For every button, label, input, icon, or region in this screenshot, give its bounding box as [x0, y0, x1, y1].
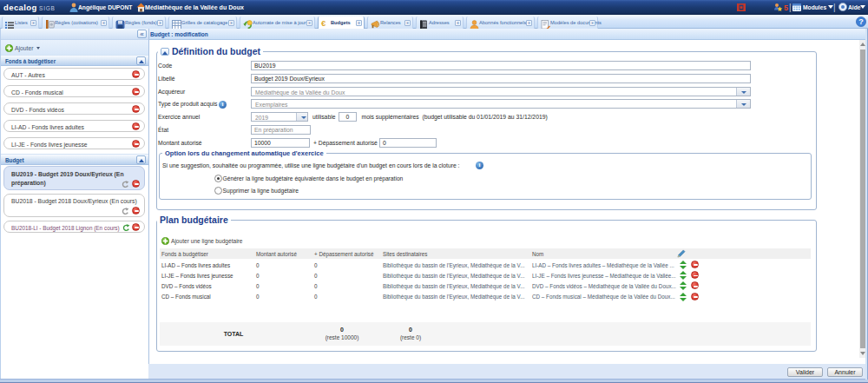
svg-text:?: ? [858, 17, 864, 26]
